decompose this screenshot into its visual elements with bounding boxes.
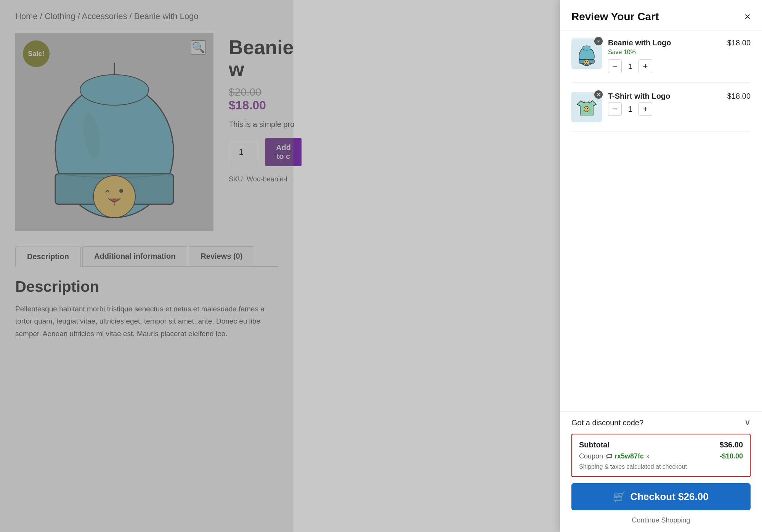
quantity-input[interactable] bbox=[229, 142, 259, 162]
cart-item-save-beanie: Save 10% bbox=[608, 49, 714, 56]
price-area: $20.00 $18.00 bbox=[229, 86, 302, 112]
increase-qty-beanie-button[interactable]: + bbox=[638, 59, 652, 73]
discount-label: Got a discount code? bbox=[571, 418, 643, 427]
svg-point-15 bbox=[587, 61, 589, 62]
cart-item-details-beanie: Beanie with Logo Save 10% − 1 + bbox=[608, 38, 714, 73]
subtotal-box: Subtotal $36.00 Coupon 🏷 rx5w87fc × -$10… bbox=[571, 434, 751, 477]
svg-point-19 bbox=[587, 108, 588, 109]
product-image-container: Sale! 🔍 bbox=[15, 33, 213, 231]
svg-point-6 bbox=[119, 189, 123, 193]
cart-item-price-value-beanie: $18.00 bbox=[720, 38, 751, 47]
remove-item-tshirt-button[interactable]: × bbox=[594, 90, 603, 99]
cart-panel: Review Your Cart × × Bean bbox=[560, 0, 762, 532]
description-section: Description Pellentesque habitant morbi … bbox=[15, 278, 278, 340]
description-heading: Description bbox=[15, 278, 278, 295]
add-to-cart-button[interactable]: Add to c bbox=[265, 138, 302, 166]
cart-item: × T-Shirt with Logo bbox=[571, 92, 751, 132]
coupon-tag-icon: 🏷 bbox=[605, 452, 612, 460]
sale-price: $18.00 bbox=[229, 98, 266, 112]
cart-close-button[interactable]: × bbox=[744, 11, 751, 22]
cart-item-details-tshirt: T-Shirt with Logo − 1 + bbox=[608, 92, 714, 116]
checkout-button[interactable]: 🛒 Checkout $26.00 bbox=[571, 483, 751, 510]
decrease-qty-beanie-button[interactable]: − bbox=[608, 59, 622, 73]
tab-additional-information[interactable]: Additional information bbox=[82, 246, 187, 266]
svg-point-12 bbox=[582, 46, 591, 50]
cart-item-price-value-tshirt: $18.00 bbox=[720, 92, 751, 101]
continue-shopping-link[interactable]: Continue Shopping bbox=[560, 516, 762, 532]
remove-item-beanie-button[interactable]: × bbox=[594, 37, 603, 45]
sale-badge: Sale! bbox=[23, 40, 50, 67]
cart-item-price-tshirt: $18.00 bbox=[720, 92, 751, 101]
svg-point-17 bbox=[584, 106, 589, 112]
cart-title: Review Your Cart bbox=[571, 11, 659, 23]
svg-point-3 bbox=[80, 75, 149, 105]
cart-item: × Beanie with Logo Save 10% − bbox=[571, 38, 751, 83]
product-short-description: This is a simple pro bbox=[229, 120, 302, 129]
cart-item-name-tshirt: T-Shirt with Logo bbox=[608, 92, 714, 101]
coupon-code: rx5w87fc bbox=[614, 452, 644, 460]
subtotal-value: $36.00 bbox=[720, 441, 743, 449]
quantity-tshirt: 1 bbox=[626, 105, 635, 114]
tab-reviews[interactable]: Reviews (0) bbox=[189, 246, 254, 266]
coupon-label: Coupon 🏷 rx5w87fc × bbox=[579, 452, 649, 460]
breadcrumb: Home / Clothing / Accessories / Beanie w… bbox=[15, 11, 278, 21]
decrease-qty-tshirt-button[interactable]: − bbox=[608, 102, 622, 116]
subtotal-label: Subtotal bbox=[579, 441, 610, 449]
original-price: $20.00 bbox=[229, 86, 261, 98]
svg-point-13 bbox=[584, 59, 589, 65]
cart-icon: 🛒 bbox=[613, 491, 626, 503]
product-title: Beanie w bbox=[229, 37, 302, 80]
description-text: Pellentesque habitant morbi tristique se… bbox=[15, 303, 278, 340]
quantity-controls-tshirt: − 1 + bbox=[608, 102, 714, 116]
remove-coupon-button[interactable]: × bbox=[646, 453, 649, 460]
cart-items-list: × Beanie with Logo Save 10% − bbox=[560, 31, 762, 411]
svg-point-18 bbox=[586, 108, 586, 109]
discount-code-section[interactable]: Got a discount code? ∨ bbox=[560, 411, 762, 434]
quantity-controls-beanie: − 1 + bbox=[608, 59, 714, 73]
image-zoom-button[interactable]: 🔍 bbox=[191, 40, 206, 54]
svg-point-14 bbox=[585, 61, 586, 62]
tab-description[interactable]: Description bbox=[15, 247, 81, 267]
cart-item-price-beanie: $18.00 bbox=[720, 38, 751, 47]
coupon-discount-value: -$10.00 bbox=[720, 452, 743, 460]
subtotal-row: Subtotal $36.00 bbox=[579, 441, 743, 449]
checkout-label: Checkout $26.00 bbox=[630, 491, 708, 503]
svg-point-5 bbox=[93, 176, 135, 218]
cart-item-name-beanie: Beanie with Logo bbox=[608, 38, 714, 47]
product-tabs: Description Additional information Revie… bbox=[15, 246, 278, 267]
product-info: Beanie w $20.00 $18.00 This is a simple … bbox=[229, 33, 302, 231]
coupon-text: Coupon bbox=[579, 452, 603, 460]
increase-qty-tshirt-button[interactable]: + bbox=[638, 102, 652, 116]
cart-header: Review Your Cart × bbox=[560, 0, 762, 31]
coupon-row: Coupon 🏷 rx5w87fc × -$10.00 bbox=[579, 452, 743, 460]
quantity-beanie: 1 bbox=[626, 62, 635, 71]
sku: SKU: Woo-beanie-l bbox=[229, 175, 302, 183]
shipping-note: Shipping & taxes calculated at checkout bbox=[579, 463, 743, 470]
discount-chevron-icon: ∨ bbox=[744, 418, 751, 428]
